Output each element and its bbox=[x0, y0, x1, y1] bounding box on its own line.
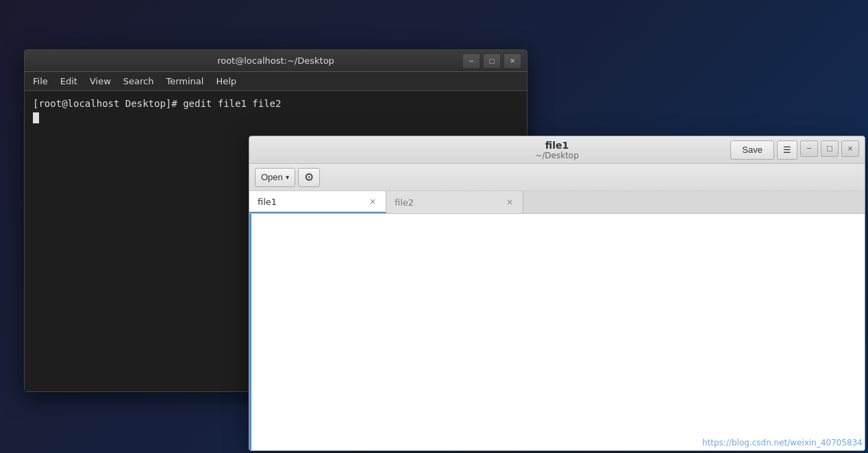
terminal-command-line: [root@localhost Desktop]# gedit file1 fi… bbox=[33, 97, 519, 111]
gedit-tab-file1-close[interactable]: × bbox=[368, 197, 377, 206]
open-dropdown-arrow-icon: ▾ bbox=[286, 173, 289, 181]
gedit-open-label: Open bbox=[261, 172, 283, 182]
gedit-tab-file1[interactable]: file1 × bbox=[249, 191, 386, 213]
gedit-toolbar: Open ▾ ⚙ bbox=[249, 164, 865, 191]
terminal-cursor-line bbox=[33, 111, 519, 125]
terminal-close-button[interactable]: × bbox=[504, 53, 521, 69]
watermark: https://blog.csdn.net/weixin_40705834 bbox=[702, 438, 863, 448]
terminal-menu-file[interactable]: File bbox=[27, 75, 53, 88]
terminal-menu-help[interactable]: Help bbox=[210, 75, 242, 88]
gedit-tab-file1-label: file1 bbox=[258, 197, 277, 207]
terminal-cursor bbox=[33, 112, 39, 123]
gedit-open-button[interactable]: Open ▾ bbox=[255, 168, 295, 187]
gedit-window: file1 ~/Desktop Save ☰ − □ × Open ▾ ⚙ fi… bbox=[249, 136, 865, 451]
gedit-maximize-button[interactable]: □ bbox=[821, 140, 839, 157]
gedit-tab-file2-label: file2 bbox=[395, 197, 414, 208]
gedit-minimize-button[interactable]: − bbox=[800, 140, 818, 157]
gedit-save-button[interactable]: Save bbox=[730, 140, 774, 160]
terminal-maximize-button[interactable]: □ bbox=[483, 53, 501, 69]
gedit-tab-file2[interactable]: file2 × bbox=[386, 191, 523, 213]
terminal-menu-terminal[interactable]: Terminal bbox=[160, 75, 209, 88]
gedit-tools-button[interactable]: ⚙ bbox=[298, 168, 320, 187]
gedit-titlebar-buttons: Save ☰ − □ × bbox=[730, 140, 859, 160]
gedit-hamburger-button[interactable]: ☰ bbox=[777, 140, 797, 160]
gedit-title-area: file1 ~/Desktop bbox=[535, 140, 579, 160]
gedit-titlebar: file1 ~/Desktop Save ☰ − □ × bbox=[249, 136, 865, 164]
terminal-menubar: File Edit View Search Terminal Help bbox=[25, 72, 527, 91]
terminal-titlebar-buttons: − □ × bbox=[462, 53, 521, 69]
gedit-title-filename: file1 bbox=[535, 140, 579, 151]
terminal-menu-edit[interactable]: Edit bbox=[55, 75, 83, 88]
terminal-menu-search[interactable]: Search bbox=[118, 75, 160, 88]
terminal-minimize-button[interactable]: − bbox=[462, 53, 480, 69]
terminal-menu-view[interactable]: View bbox=[84, 75, 116, 88]
terminal-titlebar: root@localhost:~/Desktop − □ × bbox=[25, 50, 527, 72]
gedit-close-button[interactable]: × bbox=[841, 140, 859, 157]
gedit-tabs: file1 × file2 × bbox=[249, 191, 865, 214]
gedit-editor-area[interactable] bbox=[249, 214, 865, 450]
gedit-tab-file2-close[interactable]: × bbox=[505, 197, 514, 207]
terminal-title: root@localhost:~/Desktop bbox=[217, 56, 334, 66]
gedit-title-path: ~/Desktop bbox=[535, 151, 579, 160]
